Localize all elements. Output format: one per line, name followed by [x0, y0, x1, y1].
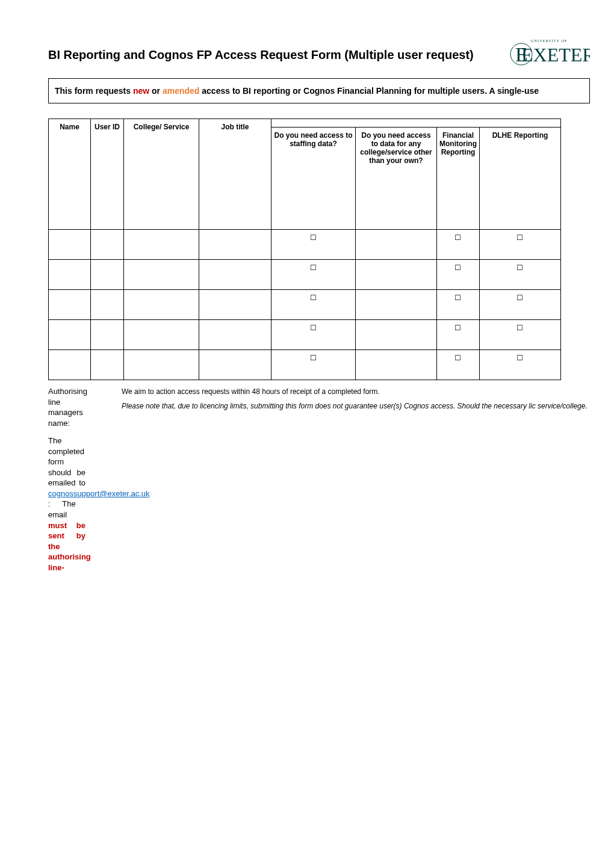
authorising-manager-label: Authorising line managers name: — [48, 386, 85, 428]
th-name: Name — [49, 119, 91, 230]
intro-note: This form requests new or amended access… — [48, 78, 590, 103]
cell-staffing-checkbox[interactable]: ☐ — [271, 320, 356, 350]
action-time-note: We aim to action access requests within … — [122, 387, 590, 396]
job-input[interactable] — [202, 354, 268, 376]
intro-suffix: access to BI reporting or Cognos Financi… — [199, 86, 539, 96]
th-dlhe: DLHE Reporting — [479, 128, 560, 230]
table-row: ☐ ☐ ☐ — [49, 230, 561, 260]
other-input[interactable] — [358, 354, 434, 376]
cell-job[interactable] — [199, 320, 271, 350]
university-logo: UNIVERSITY OF EXETER E — [506, 36, 590, 66]
cell-other[interactable] — [356, 320, 437, 350]
must-sent-text: must be sent by the authorising line- — [48, 521, 91, 572]
job-input[interactable] — [202, 263, 268, 286]
cell-name[interactable] — [49, 350, 91, 380]
cell-userid[interactable] — [91, 350, 124, 380]
cell-staffing-checkbox[interactable]: ☐ — [271, 350, 356, 380]
cell-college[interactable] — [124, 320, 199, 350]
cell-other[interactable] — [356, 290, 437, 320]
name-input[interactable] — [51, 233, 88, 256]
th-staffing: Do you need access to staffing data? — [271, 128, 356, 230]
submission-instructions: The completed form should be emailed to … — [48, 436, 85, 573]
cell-college[interactable] — [124, 260, 199, 290]
page-title: BI Reporting and Cognos FP Access Reques… — [48, 36, 474, 62]
cell-fmr-checkbox[interactable]: ☐ — [437, 290, 480, 320]
cell-name[interactable] — [49, 230, 91, 260]
other-input[interactable] — [358, 233, 434, 256]
college-input[interactable] — [126, 263, 196, 286]
table-row: ☐ ☐ ☐ — [49, 320, 561, 350]
cell-name[interactable] — [49, 320, 91, 350]
cell-userid[interactable] — [91, 320, 124, 350]
cell-other[interactable] — [356, 350, 437, 380]
th-college-service: College/ Service — [124, 119, 199, 230]
cell-userid[interactable] — [91, 290, 124, 320]
intro-new: new — [133, 86, 149, 96]
userid-input[interactable] — [93, 324, 121, 346]
th-other-college: Do you need access to data for any colle… — [356, 128, 437, 230]
th-fmr: Financial Monitoring Reporting — [437, 128, 480, 230]
other-input[interactable] — [358, 324, 434, 346]
cell-college[interactable] — [124, 350, 199, 380]
name-input[interactable] — [51, 294, 88, 316]
right-notes-column: We aim to action access requests within … — [122, 386, 590, 410]
access-request-table: Name User ID College/ Service Job title … — [48, 119, 561, 380]
cell-job[interactable] — [199, 290, 271, 320]
name-input[interactable] — [51, 263, 88, 286]
name-input[interactable] — [51, 324, 88, 346]
svg-text:E: E — [515, 43, 528, 66]
cell-staffing-checkbox[interactable]: ☐ — [271, 260, 356, 290]
cell-dlhe-checkbox[interactable]: ☐ — [479, 230, 560, 260]
cell-fmr-checkbox[interactable]: ☐ — [437, 350, 480, 380]
th-user-id: User ID — [91, 119, 124, 230]
cell-college[interactable] — [124, 290, 199, 320]
table-row: ☐ ☐ ☐ — [49, 260, 561, 290]
cell-fmr-checkbox[interactable]: ☐ — [437, 320, 480, 350]
college-input[interactable] — [126, 324, 196, 346]
cell-fmr-checkbox[interactable]: ☐ — [437, 260, 480, 290]
intro-amended: amended — [163, 86, 199, 96]
job-input[interactable] — [202, 324, 268, 346]
cell-userid[interactable] — [91, 230, 124, 260]
licence-note: Please note that, due to licencing limit… — [122, 402, 590, 410]
other-input[interactable] — [358, 263, 434, 286]
cell-job[interactable] — [199, 260, 271, 290]
cell-dlhe-checkbox[interactable]: ☐ — [479, 320, 560, 350]
cell-dlhe-checkbox[interactable]: ☐ — [479, 260, 560, 290]
intro-prefix: This form requests — [55, 86, 133, 96]
college-input[interactable] — [126, 294, 196, 316]
table-row: ☐ ☐ ☐ — [49, 350, 561, 380]
cell-college[interactable] — [124, 230, 199, 260]
cell-staffing-checkbox[interactable]: ☐ — [271, 230, 356, 260]
completed-prefix: The completed form should be emailed to — [48, 436, 85, 487]
userid-input[interactable] — [93, 263, 121, 286]
cell-dlhe-checkbox[interactable]: ☐ — [479, 350, 560, 380]
cell-other[interactable] — [356, 230, 437, 260]
th-spacer-top — [271, 119, 561, 128]
college-input[interactable] — [126, 354, 196, 376]
cell-job[interactable] — [199, 230, 271, 260]
left-instructions-column: Authorising line managers name: The comp… — [48, 386, 85, 580]
th-job-title: Job title — [199, 119, 271, 230]
cell-name[interactable] — [49, 290, 91, 320]
cell-userid[interactable] — [91, 260, 124, 290]
cell-fmr-checkbox[interactable]: ☐ — [437, 230, 480, 260]
cell-job[interactable] — [199, 350, 271, 380]
name-input[interactable] — [51, 354, 88, 376]
intro-mid: or — [149, 86, 163, 96]
support-email-link[interactable]: cognossupport@exeter.ac.uk — [48, 489, 150, 498]
userid-input[interactable] — [93, 233, 121, 256]
completed-mid: : The email — [48, 499, 76, 519]
userid-input[interactable] — [93, 354, 121, 376]
userid-input[interactable] — [93, 294, 121, 316]
cell-dlhe-checkbox[interactable]: ☐ — [479, 290, 560, 320]
other-input[interactable] — [358, 294, 434, 316]
cell-other[interactable] — [356, 260, 437, 290]
logo-main-text: EXETER — [521, 44, 590, 66]
cell-name[interactable] — [49, 260, 91, 290]
college-input[interactable] — [126, 233, 196, 256]
job-input[interactable] — [202, 233, 268, 256]
cell-staffing-checkbox[interactable]: ☐ — [271, 290, 356, 320]
job-input[interactable] — [202, 294, 268, 316]
table-row: ☐ ☐ ☐ — [49, 290, 561, 320]
